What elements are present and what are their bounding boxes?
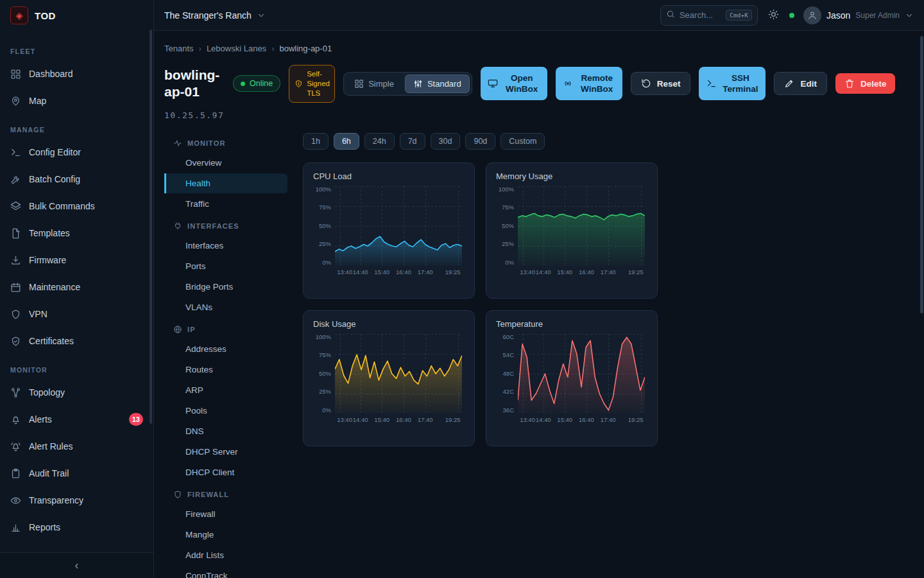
sidebar-item-transparency[interactable]: Transparency [0,487,153,514]
x-tick-label: 14:40 [536,416,551,423]
device-ip: 10.25.5.97 [164,110,914,120]
sidebar-item-label: Templates [29,228,70,238]
clipboard-icon [10,468,21,479]
subnav-item-overview[interactable]: Overview [164,153,287,173]
sidebar-item-audit-trail[interactable]: Audit Trail [0,460,153,487]
x-tick-label: 16:40 [579,268,594,276]
subnav-item-health[interactable]: Health [164,173,287,193]
user-menu[interactable]: Jason Super Admin [803,6,914,24]
sidebar-item-label: Transparency [29,495,83,505]
sidebar-collapse-button[interactable]: ‹ [0,552,153,578]
search-input[interactable]: Search... Cmd+K [660,5,758,26]
breadcrumb-item[interactable]: Lebowski Lanes [207,44,266,53]
button-label: Reset [657,78,681,90]
subnav-item-addr-lists[interactable]: Addr Lists [164,545,287,565]
timerange-90d[interactable]: 90d [465,133,495,150]
timerange-24h[interactable]: 24h [364,133,395,150]
bell-ring-icon [10,441,21,452]
y-axis: 100%75%50%25%0% [313,334,335,414]
sidebar-item-map[interactable]: Map [0,87,153,114]
delete-button[interactable]: Delete [835,73,896,94]
subnav-item-routes[interactable]: Routes [164,360,287,380]
wrench-icon [10,174,21,185]
x-tick-label: 15:40 [557,416,572,423]
timerange-7d[interactable]: 7d [400,133,425,150]
subnav-item-firewall[interactable]: Firewall [164,504,287,524]
y-tick-label: 100% [316,334,331,340]
x-axis: 13:4014:4015:4016:4017:4019:25 [335,414,462,423]
ssh-terminal-button[interactable]: SSH Terminal [699,67,766,100]
subnav-item-interfaces[interactable]: Interfaces [164,236,287,256]
sidebar-item-firmware[interactable]: Firmware [0,247,153,274]
subnav-item-traffic[interactable]: Traffic [164,194,287,214]
sidebar-item-certificates[interactable]: Certificates [0,328,153,355]
subnav-item-dns[interactable]: DNS [164,421,287,441]
sidebar-item-alert-rules[interactable]: Alert Rules [0,433,153,460]
x-tick-label: 15:40 [557,268,572,276]
sidebar-item-maintenance[interactable]: Maintenance [0,274,153,301]
subnav-item-pools[interactable]: Pools [164,401,287,421]
subnav-item-bridge-ports[interactable]: Bridge Ports [164,277,287,297]
y-axis: 60C54C48C42C36C [496,334,518,414]
subnav-item-dhcp-client[interactable]: DHCP Client [164,462,287,482]
search-icon [666,10,675,19]
sidebar-item-label: Map [29,96,46,106]
sidebar-item-topology[interactable]: Topology [0,379,153,406]
charts-grid: CPU Load100%75%50%25%0%13:4014:4015:4016… [303,162,914,446]
sidebar-item-config-editor[interactable]: Config Editor [0,139,153,166]
sidebar-section-label: MONITOR [0,355,153,379]
x-tick-label: 16:40 [396,416,411,423]
x-tick-label: 16:40 [579,416,594,423]
button-label: Open WinBox [504,73,540,95]
subnav-item-addresses[interactable]: Addresses [164,339,287,359]
sidebar-item-label: Reports [29,522,60,532]
chart-plot [335,186,462,266]
brand-logo-icon: ◈ [10,6,28,24]
subnav-item-arp[interactable]: ARP [164,380,287,400]
tenant-selector[interactable]: The Stranger's Ranch [164,10,266,21]
y-tick-label: 0% [505,259,514,266]
open-winbox-button[interactable]: Open WinBox [481,67,547,100]
timerange-30d[interactable]: 30d [431,133,461,150]
sidebar-item-vpn[interactable]: VPN [0,301,153,328]
sidebar-item-bulk-commands[interactable]: Bulk Commands [0,193,153,220]
subnav-item-vlans[interactable]: VLANs [164,297,287,317]
subnav-item-conntrack[interactable]: ConnTrack [164,566,287,578]
y-tick-label: 25% [502,241,514,247]
sidebar-item-templates[interactable]: Templates [0,220,153,247]
edit-button[interactable]: Edit [774,72,827,95]
sidebar-item-alerts[interactable]: Alerts13 [0,406,153,433]
sidebar-section-label: FLEET [0,36,153,60]
reset-button[interactable]: Reset [631,72,691,95]
timerange-6h[interactable]: 6h [334,133,359,150]
subnav-item-dhcp-server[interactable]: DHCP Server [164,442,287,462]
sidebar-item-dashboard[interactable]: Dashboard [0,60,153,87]
share-icon [10,387,21,398]
main-scrollbar[interactable] [920,36,923,313]
button-label: Remote WinBox [579,73,615,95]
breadcrumb-item[interactable]: Tenants [164,44,194,53]
sidebar-item-batch-config[interactable]: Batch Config [0,166,153,193]
view-mode-simple[interactable]: Simple [346,74,402,93]
sidebar-scrollbar[interactable] [150,30,152,424]
sidebar-item-label: Audit Trail [29,468,69,478]
sliders-icon [413,79,423,89]
subnav-item-mangle[interactable]: Mangle [164,525,287,545]
shield-alert-icon [295,80,303,88]
timerange-1h[interactable]: 1h [303,133,329,150]
y-tick-label: 25% [319,241,331,247]
sidebar-item-reports[interactable]: Reports [0,514,153,541]
calendar-icon [10,282,21,293]
timerange-custom[interactable]: Custom [501,133,545,150]
subnav-item-ports[interactable]: Ports [164,256,287,276]
remote-winbox-button[interactable]: Remote WinBox [556,67,622,100]
x-axis: 13:4014:4015:4016:4017:4019:25 [518,266,645,276]
layers-icon [10,201,21,212]
chart-title: CPU Load [313,171,465,181]
view-mode-standard[interactable]: Standard [405,74,470,93]
y-tick-label: 48C [503,371,514,377]
theme-toggle-button[interactable] [767,8,780,23]
sidebar-section-label: MANAGE [0,114,153,139]
map-pin-icon [10,96,21,107]
tls-label: Self-Signed TLS [307,69,330,98]
